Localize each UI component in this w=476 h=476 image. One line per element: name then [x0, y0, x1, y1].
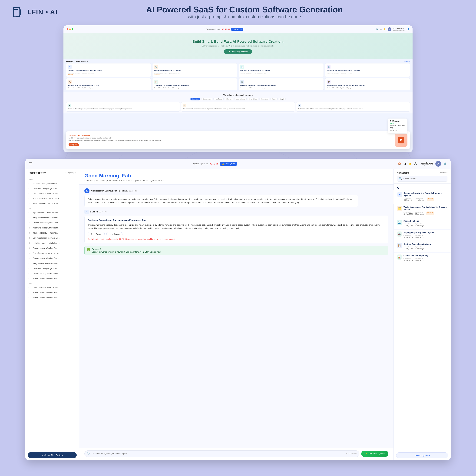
system-item-header-3: 🚢 Ship Agency Management System Created …	[397, 232, 447, 238]
ai-system-title: Customer Commitment And Incentives Frame…	[88, 218, 385, 222]
list-item[interactable]: ◇ You need to create a CRM for...	[25, 201, 79, 206]
list-item[interactable]: ◇ Develop a cutting-edge prod...	[25, 266, 79, 271]
list-item[interactable]: ◇ Generate me a Weather Forec...	[25, 276, 79, 281]
list-item[interactable]: ◇ I want a security system enab...	[25, 220, 79, 225]
lock-system-btn-bottom[interactable]: 🔒 Lock System	[220, 162, 237, 166]
create-new-system-button[interactable]: + Create New System	[28, 452, 77, 458]
list-item[interactable]: 🔧 Micromanagement System for Company Cre…	[152, 63, 237, 77]
maximize-dot[interactable]	[72, 28, 73, 30]
prompts-list: Today ◇ Hi Dalfin, I want you to help m.…	[25, 176, 79, 450]
list-item[interactable]: ◇ I want a security system enab...	[25, 271, 79, 276]
table-row[interactable]: 📊 Compliance And Reporting Created on 13…	[394, 253, 451, 264]
main-layout: Prompts History 230 prompts Today ◇ Hi D…	[25, 169, 451, 460]
user-icon[interactable]: 👤	[407, 28, 409, 30]
system-meta-4: Created on 13 Jun, 2024 Updated on 12 mi…	[404, 246, 447, 250]
chat-header: Good Morning, Fab Describe your project …	[79, 169, 393, 185]
list-item[interactable]: 📄 Document re-use management for Company…	[239, 63, 324, 77]
list-item[interactable]: ◇ I need a Software that can do...	[25, 191, 79, 196]
chat-icon[interactable]: 💬	[414, 162, 417, 165]
table-row[interactable]: 📋 Contract Supervision Software Created …	[394, 241, 451, 253]
open-system-btn[interactable]: Open System	[88, 232, 105, 237]
search-systems-input[interactable]	[403, 178, 445, 180]
table-row[interactable]: A Customer Loyalty And Rewards Programs …	[394, 190, 451, 204]
table-row[interactable]: 🗂️ Waste Management And Sustainability T…	[394, 204, 451, 218]
list-item[interactable]: ◇ Hi Dalfin, I want you to help m...	[25, 181, 79, 186]
list-item[interactable]: ⚙️ Create a system for automating and ma…	[181, 102, 295, 111]
minimize-dot[interactable]	[69, 28, 71, 30]
close-dot[interactable]	[67, 28, 68, 30]
tab-education[interactable]: Education	[190, 98, 200, 101]
list-item[interactable]: ◇ As an Counsellor am in dire n...	[25, 251, 79, 256]
tab-realestate[interactable]: Real Estate	[248, 98, 259, 101]
list-item[interactable]: ◇ A product which envisions the...	[25, 210, 79, 215]
grid-icon[interactable]: ⊞	[404, 162, 406, 165]
hero-main-title: AI Powered SaaS for Custom Software Gene…	[146, 5, 343, 14]
system-item-header-0: A Customer Loyalty And Rewards Programs …	[397, 192, 447, 201]
list-item[interactable]: ◇ A learning centre with it's data...	[25, 225, 79, 230]
tab-marketing[interactable]: Marketing	[259, 98, 269, 101]
list-item[interactable]: ◇ I need a Software that can do...	[25, 285, 79, 290]
tab-finance[interactable]: Finance	[225, 98, 233, 101]
tab-ecommerce[interactable]: Ecommerce	[201, 98, 212, 101]
tab-legal[interactable]: Legal	[279, 98, 286, 101]
prompt-card-icon-0: 🎓	[68, 104, 71, 107]
tfa-setup-button[interactable]: Setup 2FA	[68, 143, 79, 146]
list-item[interactable]: ◇ Integration of socio & econom...	[25, 215, 79, 220]
list-item[interactable]: ◇ Can you please build me a CR...	[25, 236, 79, 240]
support-item-ticket[interactable]: Create a Support Ticket	[390, 124, 405, 127]
support-item-contact[interactable]: Contact us	[390, 129, 405, 132]
view-all-top[interactable]: View All	[404, 61, 410, 62]
apps-icon[interactable]: ⊞	[380, 28, 382, 30]
prompt-card-text-2: Build a collaborative platform for virtu…	[298, 108, 408, 110]
top-header: LFIN • AI AI Powered SaaS for Custom Sof…	[0, 0, 476, 24]
table-row[interactable]: 🚢 Ship Agency Management System Created …	[394, 230, 451, 241]
list-item[interactable]: ◇ Develop a cutting-edge prod...	[25, 186, 79, 191]
list-item[interactable]: ◇ Generate me a Weather Forec...	[25, 256, 79, 261]
prompt-icon: ◇	[29, 221, 31, 224]
bell-icon-bottom[interactable]: 🔔	[408, 162, 411, 165]
chat-input-field[interactable]	[92, 453, 344, 455]
card-title-4: Hardware repair management system for sh…	[68, 85, 149, 87]
generate-system-button[interactable]: ⚡ Generate System	[361, 451, 389, 457]
list-item[interactable]: A Customer Loyalty And Rewards Programs …	[66, 63, 151, 77]
list-item[interactable]: 🎓 Develop an AI tutor that provides pers…	[66, 102, 180, 111]
hamburger-menu-icon[interactable]	[29, 162, 32, 165]
list-item[interactable]: ◇ Hi Dalfin, I want you to help m...	[25, 240, 79, 246]
list-item[interactable]: ⚙️ Automated documentation system for Le…	[325, 63, 410, 77]
avatar-top[interactable]: A	[388, 27, 391, 31]
card-meta-3: Created: 13 Jun, 2024 Updated: 1 min ago	[327, 72, 408, 74]
list-item[interactable]: ◇ Generate me a Weather Forec...	[25, 290, 79, 295]
list-item[interactable]: ◇ Generate me a Weather Forec...	[25, 246, 79, 251]
bell-icon[interactable]: 🔔	[384, 28, 386, 30]
list-item[interactable]: 🔨 Hardware repair management system for …	[66, 78, 151, 90]
lock-system-action-btn[interactable]: Lock System	[106, 232, 123, 237]
tab-healthcare[interactable]: Healthcare	[213, 98, 224, 101]
list-item[interactable]: 🏢 Corporate management system with end-e…	[239, 78, 324, 90]
settings-icon-bottom[interactable]: ⚙️	[444, 162, 447, 165]
tab-travel[interactable]: Travel	[270, 98, 278, 101]
system-icon-4: 📋	[397, 243, 402, 248]
success-text: Success! Your AI-powered system is now b…	[92, 248, 161, 253]
list-item[interactable]: ◇ Integration of socio & econom...	[25, 261, 79, 266]
list-item[interactable]: 💻 Build a collaborative platform for vir…	[296, 102, 410, 111]
avatar-bottom[interactable]: A	[435, 161, 441, 167]
table-row[interactable]: 🌊 Marine Solutions Created on 13 Jun, 20…	[394, 218, 451, 230]
system-info-4: Contract Supervision Software Created on…	[404, 243, 447, 250]
list-item[interactable]: ◇ As an Counsellor I am in dire n...	[25, 196, 79, 201]
view-all-systems-button[interactable]: View all Systems	[396, 452, 448, 458]
prompt-icon: ◇	[29, 252, 31, 255]
list-item[interactable]: 🎓 Business Management System for a educa…	[325, 78, 410, 90]
success-title: Success!	[92, 248, 161, 250]
support-item-faq[interactable]: FAQ	[390, 127, 405, 129]
home-icon[interactable]: 🏠	[398, 162, 401, 165]
list-item[interactable]: ◇ Generate me a Weather Forec...	[25, 295, 79, 300]
settings-icon[interactable]: ⚙️	[376, 28, 378, 30]
generate-btn-top[interactable]: Try Generating a system	[224, 49, 252, 54]
lock-btn-top[interactable]: Lock System	[231, 28, 243, 31]
list-item[interactable]: ◇ You need to provide me with...	[25, 230, 79, 236]
system-icon-0: A	[397, 192, 402, 197]
system-meta-0: Created on 13 Jun, 2024 Updated on 12 mi…	[404, 198, 447, 201]
tab-manufacturing[interactable]: Manufacturing	[234, 98, 247, 101]
list-item[interactable]: 📋 Compliance And Reporting System For Re…	[152, 78, 237, 90]
user-message-bubble: Build a system that aims to enhance cust…	[85, 195, 358, 207]
